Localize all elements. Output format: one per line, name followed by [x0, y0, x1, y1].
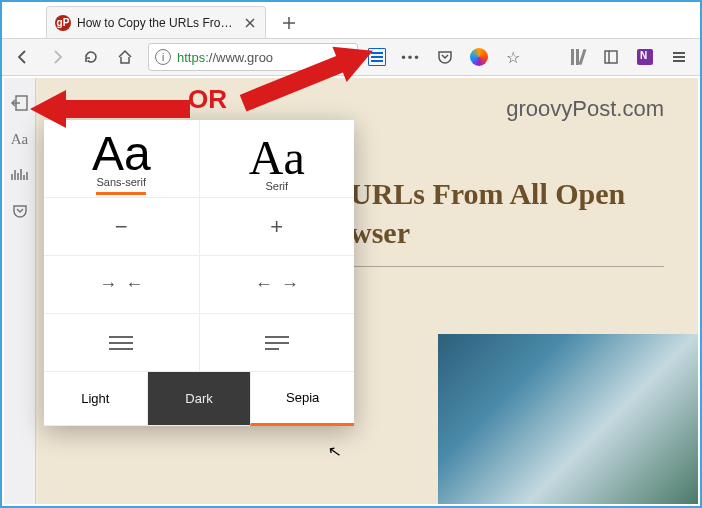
annotation-arrow-right: [238, 42, 378, 112]
titlebar: gP How to Copy the URLs From All …: [2, 2, 700, 38]
reader-sidebar: Aa: [4, 78, 36, 504]
svg-marker-4: [238, 42, 378, 112]
close-reader-icon[interactable]: [7, 90, 33, 116]
font-serif-option[interactable]: Aa Serif: [199, 120, 355, 198]
line-height-tight-button[interactable]: [44, 314, 199, 372]
library-icon[interactable]: [562, 42, 592, 72]
decrease-font-button[interactable]: −: [44, 198, 199, 256]
svg-marker-3: [30, 90, 190, 128]
new-tab-button[interactable]: [274, 8, 304, 38]
article-title: URLs From All Open wser: [350, 174, 664, 252]
close-tab-icon[interactable]: [243, 16, 257, 30]
favicon: gP: [55, 15, 71, 31]
annotation-or-label: OR: [188, 84, 227, 115]
sidebar-icon[interactable]: [596, 42, 626, 72]
site-info-icon[interactable]: i: [155, 49, 171, 65]
bookmark-star-icon[interactable]: ☆: [498, 42, 528, 72]
home-button[interactable]: [110, 42, 140, 72]
divider: [350, 266, 664, 267]
pocket-sidebar-icon[interactable]: [7, 198, 33, 224]
firefox-account-icon[interactable]: [464, 42, 494, 72]
narrate-icon[interactable]: [7, 162, 33, 188]
browser-tab[interactable]: gP How to Copy the URLs From All …: [46, 6, 266, 38]
back-button[interactable]: [8, 42, 38, 72]
line-height-loose-button[interactable]: [199, 314, 355, 372]
page-actions-icon[interactable]: •••: [396, 42, 426, 72]
svg-rect-0: [605, 51, 617, 63]
pocket-icon[interactable]: [430, 42, 460, 72]
increase-font-button[interactable]: +: [199, 198, 355, 256]
type-controls-icon[interactable]: Aa: [7, 126, 33, 152]
type-controls-panel: Aa Sans-serif Aa Serif − + →← ←→ Light D…: [44, 120, 354, 426]
annotation-arrow-left: [30, 84, 190, 134]
wide-width-button[interactable]: ←→: [199, 256, 355, 314]
article-image: [438, 334, 698, 504]
app-menu-icon[interactable]: [664, 42, 694, 72]
theme-dark-button[interactable]: Dark: [147, 372, 251, 426]
forward-button[interactable]: [42, 42, 72, 72]
onenote-icon[interactable]: [630, 42, 660, 72]
theme-light-button[interactable]: Light: [44, 372, 147, 426]
tab-title: How to Copy the URLs From All …: [77, 16, 237, 30]
narrow-width-button[interactable]: →←: [44, 256, 199, 314]
theme-sepia-button[interactable]: Sepia: [250, 372, 354, 426]
reload-button[interactable]: [76, 42, 106, 72]
